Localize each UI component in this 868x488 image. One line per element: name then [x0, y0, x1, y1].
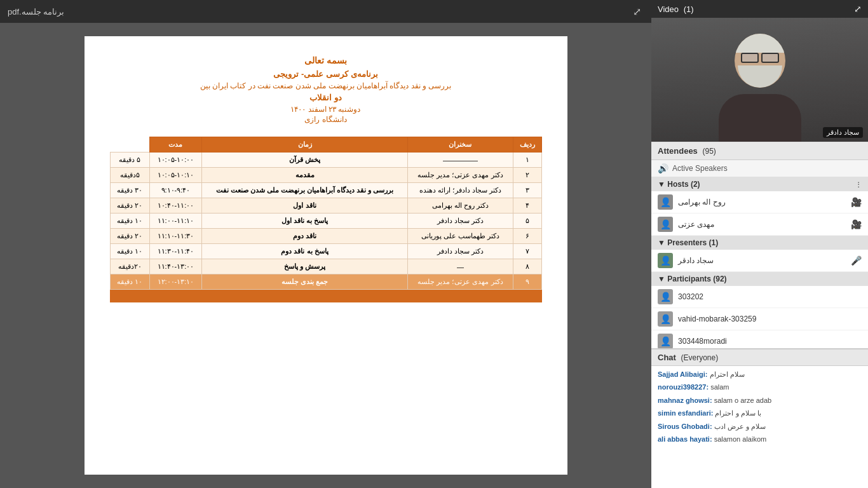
- participants-section: ▼ Participants (92) 👤 303202 👤 303259-va…: [651, 272, 868, 348]
- sub-title-text: دو انقلاب: [200, 93, 451, 102]
- cell-time: ۱۱:۱۰-۱۱:۳۰: [149, 229, 201, 244]
- video-person: سجاد دادقر: [651, 18, 868, 142]
- chat-text: سلام احترام: [710, 370, 745, 378]
- chat-message: mahnaz ghowsi: salam o arze adab: [658, 396, 862, 405]
- cell-time: ۱۰:۴۰-۱۱:۰۰: [149, 198, 201, 214]
- presenters-section: ▼ Presenters (1) 👤 سجاد دادقر 🎤: [651, 236, 868, 272]
- chat-text: با سلام و احترام: [715, 409, 761, 417]
- cell-duration: ۵دقیقه: [110, 168, 149, 183]
- active-speakers-row: 🔊 Active Speakers: [651, 160, 868, 177]
- participants-label: ▼ Participants (92): [658, 274, 727, 283]
- cell-time: ۱۱:۰۰-۱۱:۱۰: [149, 214, 201, 229]
- cell-speaker: مقدمه: [201, 168, 407, 183]
- table-row: ۶دکتر طهماسب علی پوریانیناقد دوم۱۱:۱۰-۱۱…: [110, 229, 541, 244]
- chat-messages: Sajjad Alibaigi: سلام احترامnorouzi39822…: [651, 366, 868, 488]
- chat-message: Sajjad Alibaigi: سلام احترام: [658, 370, 862, 379]
- speaker-icon: 🔊: [658, 163, 668, 173]
- presenter-avatar: 👤: [658, 253, 673, 268]
- host-item: 👤 روح اله بهرامی 🎥: [651, 191, 868, 214]
- cell-rownum: ۱: [513, 152, 541, 168]
- cell-duration: ۱۰ دقیقه: [110, 214, 149, 229]
- active-speakers-label: Active Speakers: [672, 164, 728, 173]
- cell-duration: ۱۰ دقیقه: [110, 244, 149, 259]
- cell-speaker: بررسی و نقد دیدگاه آبراهامیان برنهضت ملی…: [201, 183, 407, 198]
- chat-message: norouzi398227: salam: [658, 383, 862, 392]
- main-title-text: بررسی و نقد دیدگاه آبراهامیان برنهضت ملی…: [200, 81, 451, 90]
- cell-rownum: ۴: [513, 198, 541, 214]
- cell-rownum: ۹: [513, 274, 541, 290]
- chat-message: simin esfandiari: با سلام و احترام: [658, 409, 862, 418]
- attendee-left: 👤 303202: [658, 289, 703, 304]
- video-name-tag: سجاد دادقر: [823, 127, 863, 138]
- pdf-toolbar: برنامه جلسه.pdf ⤢: [0, 0, 651, 23]
- attendee-left: 👤 303448moradi: [658, 334, 727, 348]
- pdf-title: برنامه جلسه.pdf: [8, 7, 64, 17]
- pdf-header: بسمه تعالی برنامه‌ی کرسی علمی- ترویجی بر…: [200, 55, 451, 124]
- chat-sender: mahnaz ghowsi:: [658, 396, 712, 404]
- chat-sender: norouzi398227:: [658, 383, 709, 391]
- col-header-rownum: ردیف: [513, 137, 541, 152]
- cell-extra: —: [408, 259, 513, 274]
- cell-extra: دکتر طهماسب علی پوریانی: [408, 229, 513, 244]
- hosts-header: ▼ Hosts (2) ⋮: [651, 177, 868, 191]
- chat-sender: Sajjad Alibaigi:: [658, 370, 707, 378]
- cell-duration: ۲۰ دقیقه: [110, 198, 149, 214]
- date-text: دوشنبه ۲۳ اسفند ۱۴۰۰: [200, 105, 451, 114]
- cell-rownum: ۲: [513, 168, 541, 183]
- cell-time: ۱۱:۳۰-۱۱:۴۰: [149, 244, 201, 259]
- attendee-left: 👤 مهدی عزتی: [658, 217, 714, 232]
- cell-time: ۱۱:۴۰-۱۳:۰۰: [149, 259, 201, 274]
- avatar: 👤: [658, 217, 673, 232]
- chat-text: سلام و عرض ادب: [714, 423, 766, 430]
- chat-text: salam: [710, 383, 729, 391]
- cell-time: ۹:۱۰-۹:۴۰: [149, 183, 201, 198]
- chat-sender: simin esfandiari:: [658, 409, 713, 417]
- cell-rownum: ۷: [513, 244, 541, 259]
- chat-section: Chat (Everyone) Sajjad Alibaigi: سلام اح…: [651, 348, 868, 488]
- chat-text: salam o arze adab: [714, 396, 772, 404]
- cell-extra: دکتر سجاد دادفر: [408, 214, 513, 229]
- cell-speaker: ناقد دوم: [201, 229, 407, 244]
- cell-speaker: ناقد اول: [201, 198, 407, 214]
- participant-item: 👤 303259-vahid-mobarak: [651, 308, 868, 330]
- table-row: ۱—————پخش قرآن۱۰:۰۵-۱۰:۰۰۵ دقیقه: [110, 152, 541, 168]
- chat-message: ali abbas hayati: salamon alaikom: [658, 435, 862, 444]
- schedule-table: ردیف سخنران زمان مدت ۱—————پخش قرآن۱۰:۰۵…: [110, 137, 542, 290]
- chat-sender: Sirous Ghobadi:: [658, 423, 712, 430]
- host-name: مهدی عزتی: [678, 220, 714, 229]
- attendee-left: 👤 سجاد دادقر: [658, 253, 714, 268]
- cell-speaker: جمع بندی جلسه: [201, 274, 407, 290]
- col-header-time: مدت: [149, 137, 201, 152]
- hosts-list: 👤 روح اله بهرامی 🎥 👤 مهدی عزتی 🎥: [651, 191, 868, 236]
- presenters-list: 👤 سجاد دادقر 🎤: [651, 250, 868, 272]
- video-frame: سجاد دادقر: [651, 18, 868, 142]
- video-expand-icon[interactable]: ⤢: [854, 4, 862, 14]
- bismillah-text: بسمه تعالی: [200, 55, 451, 65]
- cell-rownum: ۶: [513, 229, 541, 244]
- chat-message: Sirous Ghobadi: سلام و عرض ادب: [658, 422, 862, 431]
- presenter-name: سجاد دادقر: [678, 256, 714, 265]
- host-camera-icon: 🎥: [851, 197, 862, 207]
- pdf-content-area: بسمه تعالی برنامه‌ی کرسی علمی- ترویجی بر…: [0, 23, 651, 488]
- cell-time: ۱۰:۰۵-۱۰:۰۰: [149, 152, 201, 168]
- cell-duration: ۱۰ دقیقه: [110, 274, 149, 290]
- participants-list: 👤 303202 👤 303259-vahid-mobarak 👤 303448…: [651, 286, 868, 348]
- presenters-label: ▼ Presenters (1): [658, 238, 718, 247]
- table-row: ۴دکتر روح اله بهرامیناقد اول۱۰:۴۰-۱۱:۰۰۲…: [110, 198, 541, 214]
- attendees-section: Attendees (95) 🔊 Active Speakers ▼ Hosts…: [651, 142, 868, 348]
- participant-item: 👤 303448moradi: [651, 330, 868, 348]
- pdf-expand-button[interactable]: ⤢: [630, 3, 644, 20]
- pdf-panel: برنامه جلسه.pdf ⤢ بسمه تعالی برنامه‌ی کر…: [0, 0, 651, 488]
- cell-extra: دکتر روح اله بهرامی: [408, 198, 513, 214]
- participant-item: 👤 303202: [651, 286, 868, 308]
- cell-rownum: ۵: [513, 214, 541, 229]
- hosts-menu-icon[interactable]: ⋮: [855, 181, 862, 188]
- pdf-page: بسمه تعالی برنامه‌ی کرسی علمی- ترویجی بر…: [85, 36, 567, 475]
- table-row: ۵دکتر سجاد دادفرپاسخ به ناقد اول۱۱:۰۰-۱۱…: [110, 214, 541, 229]
- attendees-header: Attendees (95): [651, 142, 868, 160]
- participant-avatar: 👤: [658, 289, 673, 304]
- cell-time: ۱۰:۰۵-۱۰:۱۰: [149, 168, 201, 183]
- cell-extra: دکتر مهدی عزتی؛ مدیر جلسه: [408, 274, 513, 290]
- cell-speaker: پاسخ به ناقد اول: [201, 214, 407, 229]
- table-row: ۳دکتر سجاد دادفر؛ ارائه دهندهبررسی و نقد…: [110, 183, 541, 198]
